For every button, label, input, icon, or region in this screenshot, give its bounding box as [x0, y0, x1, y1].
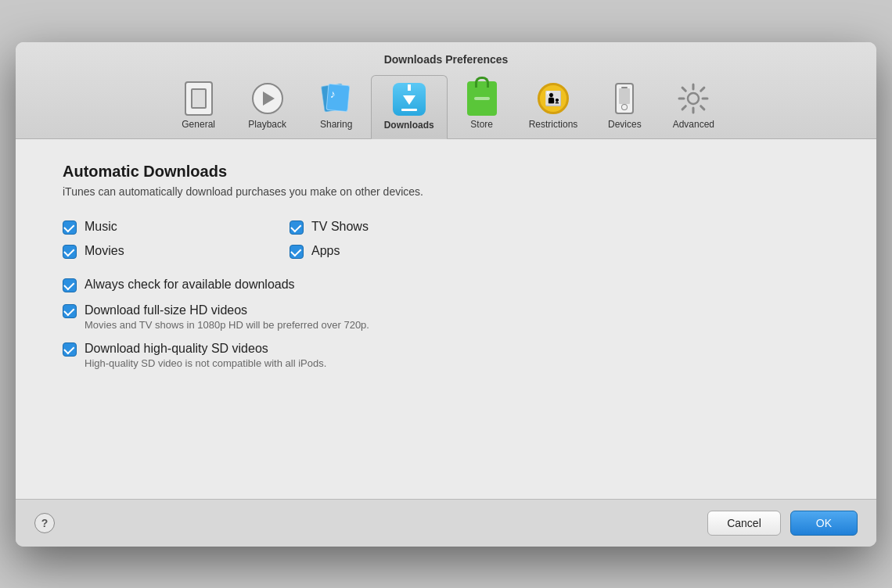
- checkbox-apps[interactable]: Apps: [290, 244, 469, 259]
- toolbar: General Playback ♪ Sharing: [16, 75, 876, 138]
- checkbox-movies-input[interactable]: [63, 245, 77, 259]
- checkbox-hd-videos-input[interactable]: [63, 304, 77, 318]
- checkbox-sd-videos-sub: High-quality SD video is not compatible …: [85, 357, 326, 369]
- advanced-icon: [676, 81, 710, 116]
- checkbox-movies-label: Movies: [85, 244, 124, 258]
- checkbox-music[interactable]: Music: [63, 220, 243, 235]
- checkbox-apps-input[interactable]: [290, 245, 304, 259]
- content-area: Automatic Downloads iTunes can automatic…: [16, 139, 876, 499]
- tab-playback-label: Playback: [248, 119, 286, 130]
- ok-button[interactable]: OK: [790, 511, 858, 536]
- tab-devices[interactable]: Devices: [590, 75, 659, 138]
- window-title: Downloads Preferences: [16, 53, 876, 66]
- checkbox-hd-videos-label: Download full-size HD videos: [85, 303, 369, 317]
- checkbox-music-label: Music: [85, 220, 117, 234]
- playback-icon: [250, 81, 285, 116]
- tab-restrictions-label: Restrictions: [529, 119, 578, 130]
- checkbox-sd-videos-label: Download high-quality SD videos: [85, 342, 326, 356]
- footer: ? Cancel OK: [16, 499, 876, 547]
- store-icon: [465, 81, 499, 116]
- svg-point-0: [688, 93, 699, 104]
- cancel-button[interactable]: Cancel: [707, 511, 781, 536]
- section-description: iTunes can automatically download purcha…: [63, 185, 829, 198]
- svg-line-6: [701, 106, 704, 109]
- checkbox-hd-videos[interactable]: Download full-size HD videos Movies and …: [63, 303, 829, 331]
- section-title: Automatic Downloads: [63, 163, 829, 181]
- help-button[interactable]: ?: [34, 513, 55, 533]
- general-icon: [182, 81, 216, 116]
- checkbox-check-downloads-input[interactable]: [63, 278, 77, 292]
- footer-buttons: Cancel OK: [707, 511, 858, 536]
- checkbox-tvshows-input[interactable]: [290, 220, 304, 235]
- tab-general-label: General: [182, 119, 215, 130]
- tab-devices-label: Devices: [608, 119, 642, 130]
- tab-downloads[interactable]: Downloads: [371, 75, 448, 139]
- tab-playback[interactable]: Playback: [233, 75, 302, 138]
- checkbox-movies[interactable]: Movies: [63, 244, 243, 259]
- sharing-icon: ♪: [319, 81, 354, 116]
- checkboxes-grid: Music TV Shows Movies Apps: [63, 220, 469, 259]
- downloads-icon: [392, 82, 426, 117]
- devices-icon: [607, 81, 642, 116]
- tab-advanced[interactable]: Advanced: [659, 75, 728, 138]
- svg-line-7: [701, 88, 704, 91]
- svg-line-8: [682, 106, 685, 109]
- checkbox-tvshows-label: TV Shows: [311, 220, 369, 234]
- svg-line-5: [682, 88, 685, 91]
- checkbox-sd-videos-input[interactable]: [63, 342, 77, 357]
- checkbox-hd-videos-sub: Movies and TV shows in 1080p HD will be …: [85, 319, 369, 331]
- checkbox-check-downloads[interactable]: Always check for available downloads: [63, 278, 829, 292]
- tab-downloads-label: Downloads: [384, 120, 434, 131]
- checkbox-apps-label: Apps: [311, 244, 340, 258]
- tab-general[interactable]: General: [164, 75, 233, 138]
- checkbox-sd-videos[interactable]: Download high-quality SD videos High-qua…: [63, 342, 829, 369]
- checkbox-music-input[interactable]: [63, 220, 77, 235]
- tab-sharing-label: Sharing: [320, 119, 352, 130]
- tab-sharing[interactable]: ♪ Sharing: [302, 75, 371, 138]
- tab-advanced-label: Advanced: [673, 119, 714, 130]
- titlebar: Downloads Preferences General Playback: [16, 42, 876, 139]
- checkbox-check-downloads-label: Always check for available downloads: [85, 278, 295, 292]
- tab-restrictions[interactable]: 👨‍👦 Restrictions: [516, 75, 591, 138]
- tab-store[interactable]: Store: [448, 75, 516, 138]
- checkbox-tvshows[interactable]: TV Shows: [290, 220, 469, 235]
- tab-store-label: Store: [470, 119, 493, 130]
- restrictions-icon: 👨‍👦: [536, 81, 570, 116]
- preferences-window: Downloads Preferences General Playback: [16, 42, 876, 547]
